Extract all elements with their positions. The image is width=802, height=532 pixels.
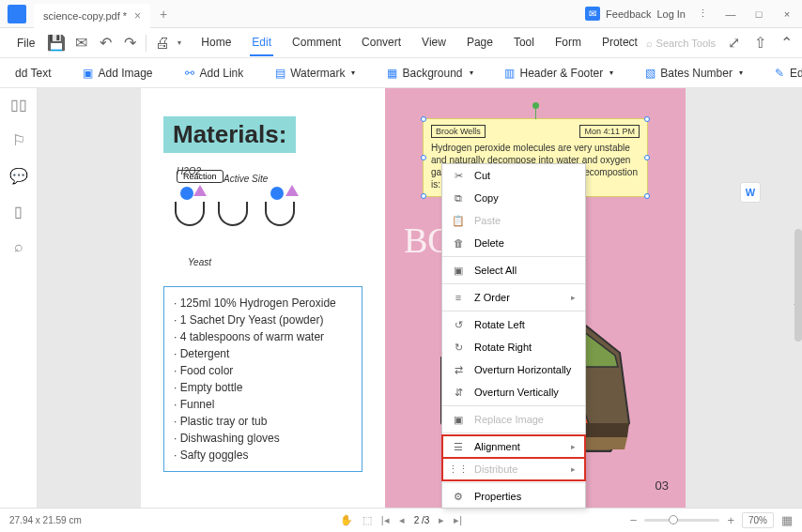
menu-home[interactable]: Home [199, 30, 233, 56]
tab-title: science-copy.pdf * [43, 10, 127, 22]
comment-panel-icon[interactable]: 💬 [10, 167, 27, 184]
properties-icon: ⚙ [452, 490, 465, 503]
selection-handle[interactable] [644, 155, 650, 160]
rotate-left-icon: ↺ [452, 318, 465, 331]
menu-tool[interactable]: Tool [512, 30, 536, 56]
file-menu[interactable]: File [8, 33, 44, 53]
close-window-button[interactable]: × [776, 3, 798, 25]
add-image-button[interactable]: ▣Add Image [73, 63, 160, 84]
search-input[interactable]: Search Tools [656, 38, 716, 49]
edit-mode-button[interactable]: ✎Edit Mode [765, 63, 802, 84]
selection-handle[interactable] [644, 193, 650, 199]
cloud-icon[interactable]: ⇧ [751, 35, 768, 52]
more-icon[interactable]: ⋮ [691, 3, 714, 25]
thumbnails-icon[interactable]: ▯▯ [10, 96, 27, 113]
feedback-link[interactable]: Feedback [606, 8, 651, 20]
collapse-ribbon-icon[interactable]: ⌃ [778, 35, 794, 52]
list-item: · Food color [174, 362, 352, 379]
zoom-in-button[interactable]: + [727, 513, 734, 527]
ctx-copy[interactable]: ⧉Copy [442, 187, 585, 209]
chevron-right-icon: ▸ [571, 464, 576, 474]
selection-handle[interactable] [421, 116, 426, 122]
delete-icon: 🗑 [452, 236, 465, 250]
close-tab-icon[interactable]: × [134, 9, 141, 23]
ctx-delete[interactable]: 🗑Delete [442, 232, 585, 254]
add-text-button[interactable]: dd Text [8, 63, 58, 84]
zoom-slider[interactable] [644, 519, 719, 522]
h2o2-label: H2O2 [177, 166, 201, 176]
page-indicator[interactable]: 2 /3 [414, 515, 430, 525]
dropdown-icon[interactable]: ▾ [171, 35, 188, 52]
list-item: · Dishwashing gloves [174, 430, 352, 447]
redo-icon[interactable]: ↷ [121, 35, 138, 52]
materials-list: · 125ml 10% Hydrogen Peroxide · 1 Sachet… [163, 286, 362, 472]
feedback-icon: ✉ [585, 7, 600, 21]
login-link[interactable]: Log In [656, 8, 686, 20]
chevron-right-icon: ▸ [571, 442, 576, 451]
ctx-select-all[interactable]: ▣Select All [442, 259, 585, 281]
document-tab[interactable]: science-copy.pdf * × [34, 4, 150, 28]
materials-heading: Materials: [163, 116, 296, 153]
ctx-overturn-v[interactable]: ⇵Overturn Vertically [442, 381, 585, 403]
last-page-button[interactable]: ▸| [454, 514, 462, 526]
mail-icon[interactable]: ✉ [72, 35, 89, 52]
vertical-scrollbar[interactable] [794, 229, 802, 342]
attachment-icon[interactable]: ▯ [10, 203, 27, 220]
bookmark-icon[interactable]: ⚐ [10, 131, 27, 148]
hand-tool-icon[interactable]: ✋ [340, 514, 353, 526]
rotate-right-icon: ↻ [452, 341, 465, 354]
copy-icon: ⧉ [452, 191, 465, 205]
ctx-overturn-h[interactable]: ⇄Overturn Horizontally [442, 358, 585, 381]
add-tab-button[interactable]: + [160, 7, 167, 22]
annotation-time: Mon 4:11 PM [579, 125, 640, 138]
add-link-button[interactable]: ⚯Add Link [176, 63, 252, 84]
prev-page-button[interactable]: ◂ [399, 514, 405, 526]
selection-handle[interactable] [421, 193, 426, 199]
print-icon[interactable]: 🖨 [154, 35, 171, 52]
zoom-out-button[interactable]: − [630, 513, 638, 527]
minimize-button[interactable]: — [719, 3, 742, 25]
replace-image-icon: ▣ [452, 413, 465, 426]
selection-handle[interactable] [644, 116, 650, 122]
list-item: · Plastic tray or tub [174, 413, 352, 430]
chevron-right-icon: ▸ [571, 293, 576, 302]
header-footer-button[interactable]: ▥Header & Footer▾ [496, 63, 622, 84]
yeast-label: Yeast [188, 257, 211, 267]
bates-number-button[interactable]: ▧Bates Number▾ [636, 63, 750, 84]
word-export-widget[interactable]: W [740, 182, 761, 203]
maximize-button[interactable]: □ [748, 3, 770, 25]
ctx-rotate-left[interactable]: ↺Rotate Left [442, 313, 585, 336]
ctx-rotate-right[interactable]: ↻Rotate Right [442, 336, 585, 358]
ctx-z-order[interactable]: ≡Z Order▸ [442, 286, 585, 309]
ctx-cut[interactable]: ✂Cut [442, 164, 585, 187]
undo-icon[interactable]: ↶ [97, 35, 114, 52]
search-panel-icon[interactable]: ⌕ [10, 238, 27, 255]
ctx-properties[interactable]: ⚙Properties [442, 485, 585, 508]
background-button[interactable]: ▦Background▾ [378, 63, 480, 84]
next-page-button[interactable]: ▸ [439, 514, 444, 526]
rotate-handle[interactable] [532, 102, 539, 109]
menu-edit[interactable]: Edit [250, 30, 273, 56]
first-page-button[interactable]: |◂ [381, 514, 390, 526]
pencil-icon: ✎ [773, 67, 786, 80]
page-left: Materials: H2O2 Active Site Yeast Reacti… [141, 88, 385, 508]
menu-page[interactable]: Page [465, 30, 495, 56]
menu-convert[interactable]: Convert [360, 30, 403, 56]
list-item: · Detergent [174, 345, 352, 362]
expand-icon[interactable]: ⤢ [725, 35, 742, 52]
selection-handle[interactable] [421, 155, 426, 160]
watermark-button[interactable]: ▤Watermark▾ [266, 63, 362, 84]
select-tool-icon[interactable]: ⬚ [362, 514, 372, 526]
menu-view[interactable]: View [420, 30, 448, 56]
menu-comment[interactable]: Comment [290, 30, 343, 56]
zoom-percent[interactable]: 70% [742, 512, 774, 528]
document-canvas[interactable]: Materials: H2O2 Active Site Yeast Reacti… [38, 88, 802, 508]
menu-protect[interactable]: Protect [600, 30, 640, 56]
menu-form[interactable]: Form [553, 30, 583, 56]
page-number: 03 [655, 479, 669, 493]
ctx-alignment[interactable]: ☰Alignment▸ [442, 435, 585, 458]
cut-icon: ✂ [452, 169, 465, 182]
fit-page-icon[interactable]: ▦ [781, 513, 793, 527]
save-icon[interactable]: 💾 [48, 35, 65, 52]
zoom-thumb[interactable] [669, 515, 678, 524]
